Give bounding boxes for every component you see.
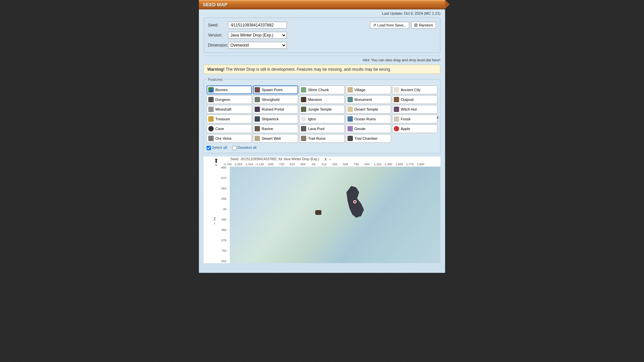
trail-icon <box>301 136 306 141</box>
feature-label: Witch Hut <box>401 107 417 111</box>
feature-toggle-shipwreck[interactable]: Shipwreck <box>253 115 298 123</box>
z-tick: 784 <box>220 249 226 259</box>
x-tick: -720 <box>276 163 286 166</box>
x-tick: -1,344 <box>244 163 254 166</box>
feature-label: Stronghold <box>262 98 279 102</box>
feature-label: Ravine <box>262 127 273 131</box>
select-all-label[interactable]: Select all <box>207 145 227 149</box>
slime-icon <box>301 87 306 93</box>
features-grid: BiomesSpawn PointSlime ChunkVillageAncie… <box>207 85 437 143</box>
trial-icon <box>347 136 353 141</box>
well-icon <box>255 136 260 141</box>
feature-toggle-village[interactable]: Village <box>346 85 391 94</box>
biomes-icon <box>208 87 214 93</box>
random-button[interactable]: ⚄ Random <box>411 22 436 28</box>
feature-toggle-ruined-portal[interactable]: Ruined Portal <box>253 105 298 114</box>
feature-toggle-desert-temple[interactable]: Desert Temple <box>346 105 391 114</box>
feature-toggle-ancient-city[interactable]: Ancient City <box>392 85 437 94</box>
x-tick: 944 <box>362 163 372 166</box>
feature-toggle-witch-hut[interactable]: Witch Hut <box>392 105 437 114</box>
feature-toggle-trial-chamber[interactable]: Trial Chamber <box>346 134 391 143</box>
features-legend: Features <box>207 77 224 81</box>
load-from-save-button[interactable]: ↺ Load from Save... <box>370 22 410 28</box>
dimension-select[interactable]: Overworld <box>228 42 287 49</box>
map-viewport[interactable]: ⬆N Seed: -9115110938414337882, for Java … <box>204 157 440 263</box>
seed-input[interactable] <box>228 22 287 28</box>
feature-toggle-igloo[interactable]: Igloo <box>299 115 344 123</box>
feature-toggle-treasure[interactable]: Treasure <box>207 115 252 123</box>
feature-label: Desert Temple <box>355 107 378 111</box>
feature-toggle-slime-chunk[interactable]: Slime Chunk <box>299 85 344 94</box>
feature-label: Shipwreck <box>262 117 279 121</box>
z-tick: -48 <box>220 207 226 218</box>
feature-toggle-trail-ruins[interactable]: Trail Ruins <box>299 134 344 143</box>
deselect-all-label[interactable]: Deselect all <box>232 145 257 149</box>
feature-toggle-biomes[interactable]: Biomes <box>207 85 252 94</box>
feature-label: Treasure <box>215 117 230 121</box>
map-header-text: Seed: -9115110938414337882, for Java Win… <box>230 157 319 161</box>
feature-toggle-cave[interactable]: Cave <box>207 124 252 133</box>
x-axis-ticks: -1,760-1,552-1,344-1,136-928-720-512-304… <box>222 163 440 166</box>
feature-toggle-outpost[interactable]: Outpost <box>392 95 437 104</box>
compass-icon: ⬆N <box>214 158 219 167</box>
x-tick: -1,760 <box>222 163 233 166</box>
spawn-point-marker[interactable] <box>353 200 357 203</box>
feature-toggle-dungeon[interactable]: Dungeon <box>207 95 252 104</box>
fossil-icon <box>394 116 399 122</box>
hint-text: Hint: You can also drag and drop level.d… <box>204 56 440 62</box>
settings-panel: Seed: ↺ Load from Save... ⚄ Random Versi… <box>204 17 440 53</box>
z-tick: 368 <box>220 228 226 239</box>
page-title-bar: SEED MAP <box>199 0 445 9</box>
z-tick: 576 <box>220 239 226 249</box>
feature-toggle-ocean-ruins[interactable]: Ocean Ruins <box>346 115 391 123</box>
cave-icon <box>208 126 214 131</box>
ancient-icon <box>394 87 399 93</box>
feature-label: Geode <box>355 127 366 131</box>
warning-box: Warning! The Winter Drop is still in dev… <box>204 65 440 74</box>
feature-toggle-jungle-temple[interactable]: Jungle Temple <box>299 105 344 114</box>
z-tick: -880 <box>220 166 226 176</box>
x-tick: 1,360 <box>383 163 394 166</box>
feature-toggle-monument[interactable]: Monument <box>346 95 391 104</box>
z-tick: 992 <box>220 259 226 270</box>
witch-icon <box>394 107 399 112</box>
feature-toggle-spawn-point[interactable]: Spawn Point <box>253 85 298 94</box>
load-label: Load from Save... <box>377 23 407 27</box>
warning-prefix: Warning! <box>207 67 225 72</box>
map-canvas[interactable] <box>230 167 440 263</box>
mineshaft-icon <box>208 107 214 112</box>
structure-marker[interactable] <box>315 210 321 215</box>
feature-label: Apple <box>401 127 410 131</box>
monument-icon <box>347 97 353 102</box>
load-icon: ↺ <box>373 23 376 27</box>
x-tick: -512 <box>286 163 297 166</box>
ravine-icon <box>255 126 260 131</box>
x-tick: 320 <box>329 163 340 166</box>
feature-toggle-ravine[interactable]: Ravine <box>253 124 298 133</box>
feature-toggle-fossil[interactable]: Fossil <box>392 115 437 123</box>
village-icon <box>347 87 353 93</box>
seed-label: Seed: <box>208 23 228 27</box>
feature-toggle-lava-pool[interactable]: Lava Pool <box>299 124 344 133</box>
select-all-checkbox[interactable] <box>207 146 211 150</box>
feature-toggle-geode[interactable]: Geode <box>346 124 391 133</box>
dungeon-icon <box>208 97 214 102</box>
portal-icon <box>255 107 260 112</box>
collapse-features-button[interactable]: ▲ <box>434 81 441 153</box>
feature-toggle-stronghold[interactable]: Stronghold <box>253 95 298 104</box>
feature-label: Ruined Portal <box>262 107 284 111</box>
version-select[interactable]: Java Winter Drop (Exp.) <box>228 32 287 39</box>
feature-label: Cave <box>215 127 224 131</box>
feature-toggle-apple[interactable]: Apple <box>392 124 437 133</box>
x-tick: 112 <box>319 163 329 166</box>
feature-toggle-mansion[interactable]: Mansion <box>299 95 344 104</box>
x-tick: -304 <box>297 163 308 166</box>
deselect-all-checkbox[interactable] <box>232 146 236 150</box>
x-tick: 1,984 <box>415 163 426 166</box>
page-title: SEED MAP <box>203 2 227 7</box>
feature-toggle-ore-veins[interactable]: Ore Veins <box>207 134 252 143</box>
feature-toggle-desert-well[interactable]: Desert Well <box>253 134 298 143</box>
dimension-label: Dimension: <box>208 43 228 48</box>
igloo-icon <box>301 116 306 122</box>
feature-toggle-mineshaft[interactable]: Mineshaft <box>207 105 252 114</box>
